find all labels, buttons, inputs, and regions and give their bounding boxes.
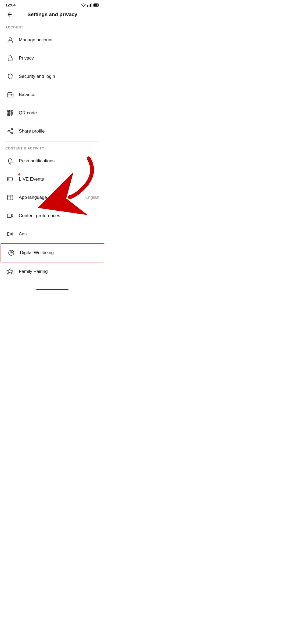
bell-icon — [5, 156, 15, 166]
qr-icon — [5, 108, 15, 118]
svg-point-30 — [12, 270, 13, 271]
svg-rect-14 — [8, 114, 9, 115]
svg-point-29 — [8, 270, 9, 271]
live-events-dot — [18, 173, 20, 175]
menu-item-family-pairing[interactable]: Family Pairing — [0, 262, 105, 281]
ads-label: Ads — [19, 231, 99, 237]
lock-icon — [5, 53, 15, 63]
svg-rect-0 — [87, 5, 88, 7]
menu-item-security-login[interactable]: Security and login — [0, 67, 105, 86]
live-events-label: LIVE Events — [19, 177, 99, 182]
menu-item-app-language[interactable]: App language English — [0, 188, 105, 207]
svg-marker-25 — [8, 232, 13, 236]
svg-rect-13 — [11, 111, 12, 112]
svg-rect-8 — [7, 93, 13, 97]
person-icon — [5, 35, 15, 45]
video-icon — [5, 211, 15, 221]
battery-icon — [93, 3, 99, 7]
privacy-label: Privacy — [19, 56, 99, 61]
push-notifications-label: Push notifications — [19, 158, 99, 164]
menu-item-ads[interactable]: Ads — [0, 225, 105, 243]
svg-rect-5 — [94, 4, 97, 6]
manage-account-label: Manage account — [19, 37, 99, 43]
ads-icon — [5, 229, 15, 239]
signal-icon — [87, 3, 92, 7]
menu-item-content-preferences[interactable]: Content preferences — [0, 207, 105, 225]
svg-point-28 — [9, 269, 11, 270]
share-icon — [5, 126, 15, 136]
content-preferences-label: Content preferences — [19, 213, 99, 218]
menu-item-manage-account[interactable]: Manage account — [0, 31, 105, 49]
menu-item-live-events[interactable]: LIVE Events — [0, 170, 105, 188]
menu-item-privacy[interactable]: Privacy — [0, 49, 105, 67]
svg-rect-1 — [89, 5, 89, 7]
language-icon — [5, 193, 15, 202]
back-button[interactable] — [4, 9, 15, 20]
wellbeing-icon — [6, 248, 16, 258]
live-icon — [5, 174, 15, 184]
page-title: Settings and privacy — [27, 12, 77, 17]
svg-point-6 — [9, 38, 12, 40]
svg-rect-24 — [7, 214, 11, 218]
digital-wellbeing-label: Digital Wellbeing — [20, 250, 98, 255]
svg-rect-3 — [91, 3, 92, 7]
balance-label: Balance — [19, 92, 99, 97]
menu-item-balance[interactable]: Balance — [0, 86, 105, 104]
svg-rect-12 — [8, 111, 9, 112]
menu-item-digital-wellbeing[interactable]: Digital Wellbeing — [1, 243, 104, 262]
header: Settings and privacy — [0, 9, 105, 22]
menu-item-share-profile[interactable]: Share profile — [0, 122, 105, 140]
qr-code-label: QR code — [19, 110, 99, 116]
section-divider — [5, 141, 99, 142]
section-content-label: CONTENT & ACTIVITY — [0, 143, 105, 152]
status-bar: 12:04 — [0, 0, 105, 9]
app-language-value: English — [85, 195, 99, 200]
security-login-label: Security and login — [19, 74, 99, 79]
app-language-label: App language — [19, 195, 85, 200]
shield-icon — [5, 72, 15, 81]
svg-rect-7 — [8, 58, 12, 61]
menu-item-push-notifications[interactable]: Push notifications — [0, 152, 105, 170]
share-profile-label: Share profile — [19, 129, 99, 134]
home-indicator — [0, 286, 105, 291]
svg-rect-2 — [90, 4, 91, 7]
menu-item-qr-code[interactable]: QR code — [0, 104, 105, 122]
section-account-label: ACCOUNT — [0, 22, 105, 31]
family-pairing-label: Family Pairing — [19, 269, 99, 274]
wallet-icon — [5, 90, 15, 100]
time: 12:04 — [5, 3, 16, 7]
wifi-icon — [81, 3, 86, 7]
family-icon — [5, 267, 15, 276]
status-icons — [81, 3, 99, 7]
